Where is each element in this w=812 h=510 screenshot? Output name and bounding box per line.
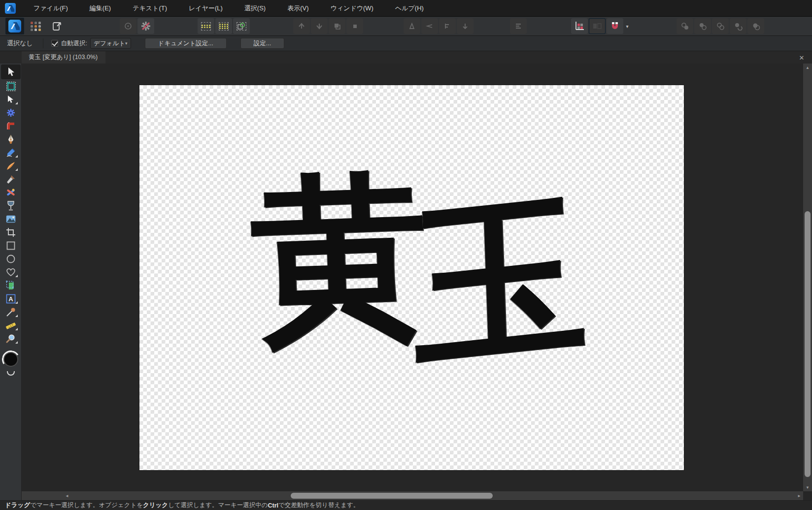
vertical-scrollbar[interactable]: ▲ ▼ xyxy=(803,64,812,491)
menu-text[interactable]: テキスト(T) xyxy=(122,0,178,16)
transparency-tool[interactable] xyxy=(2,199,20,212)
snap-grid-button[interactable] xyxy=(198,18,214,34)
pixel-align-button[interactable] xyxy=(571,18,588,34)
snapping-magnet-icon xyxy=(609,21,620,32)
rectangle-tool[interactable] xyxy=(2,239,20,252)
crop-icon xyxy=(6,227,16,237)
eyedropper-icon xyxy=(6,307,16,317)
pixel-persona-button[interactable] xyxy=(28,18,44,34)
snap-geometry-icon xyxy=(237,22,246,31)
gear-icon xyxy=(6,108,16,118)
pencil-icon xyxy=(6,148,16,158)
snapping-toggle-button[interactable] xyxy=(607,18,623,34)
ellipse-tool[interactable] xyxy=(2,252,20,265)
menu-help[interactable]: ヘルプ(H) xyxy=(384,0,435,16)
text-tool-icon: A xyxy=(6,294,16,304)
pencil-tool[interactable] xyxy=(2,146,20,159)
rotation-center-button xyxy=(120,18,136,34)
calligraphy-character-1[interactable]: 黄 xyxy=(249,166,431,348)
scroll-down-icon[interactable]: ▼ xyxy=(803,483,812,491)
shape-builder-tool[interactable] xyxy=(2,279,20,292)
svg-text:A: A xyxy=(8,295,13,302)
move-whole-pixels-button[interactable] xyxy=(589,18,606,34)
style-picker-tool[interactable] xyxy=(2,186,20,199)
tool-panel: A xyxy=(0,64,22,500)
menu-window[interactable]: ウィンドウ(W) xyxy=(320,0,384,16)
more-tools-indicator xyxy=(15,155,18,158)
assistant-gear-icon xyxy=(140,21,151,32)
pixel-align-icon xyxy=(574,21,585,32)
more-tools-indicator xyxy=(15,301,18,304)
artistic-text-tool[interactable]: A xyxy=(2,292,20,305)
artboard-icon xyxy=(6,81,16,91)
color-picker-tool[interactable] xyxy=(2,305,20,319)
point-transform-tool[interactable] xyxy=(2,106,20,119)
replace-selection-button xyxy=(730,18,746,34)
knife-tool[interactable] xyxy=(2,172,20,186)
document-page[interactable]: 黄 玉 xyxy=(139,85,684,470)
settings-button[interactable]: 設定... xyxy=(240,38,284,49)
heart-icon xyxy=(6,267,16,277)
canvas-viewport[interactable]: 黄 玉 ▲ ▼ ◄ ► xyxy=(22,64,812,500)
auto-select-label: 自動選択: xyxy=(61,39,87,48)
menu-layer[interactable]: レイヤー(L) xyxy=(178,0,234,16)
swap-colors-icon[interactable] xyxy=(7,371,15,376)
affinity-designer-logo-icon xyxy=(8,20,21,32)
measure-tool[interactable] xyxy=(2,319,20,332)
heart-shape-tool[interactable] xyxy=(2,265,20,279)
more-tools-indicator xyxy=(15,315,18,317)
duplicate-button xyxy=(747,18,764,34)
scroll-up-icon[interactable]: ▲ xyxy=(803,64,812,71)
status-hint-ctrl: Ctrl xyxy=(268,502,279,509)
move-tool[interactable] xyxy=(1,64,21,79)
place-image-tool[interactable] xyxy=(2,212,20,225)
chevron-down-icon: ▾ xyxy=(125,41,128,46)
insert-behind-button xyxy=(677,18,693,34)
artboard-tool[interactable] xyxy=(2,79,20,93)
node-tool[interactable] xyxy=(2,93,20,106)
affinity-designer-window: ファイル(F) 編集(E) テキスト(T) レイヤー(L) 選択(S) 表示(V… xyxy=(0,0,812,510)
snap-geometry-button[interactable] xyxy=(233,18,250,34)
vertical-scroll-thumb[interactable] xyxy=(805,211,811,477)
transform-flip-h-button xyxy=(404,18,420,34)
more-tools-indicator xyxy=(15,275,18,277)
calligraphy-character-2[interactable]: 玉 xyxy=(410,183,589,375)
menu-edit[interactable]: 編集(E) xyxy=(79,0,122,16)
pen-tool[interactable] xyxy=(2,132,20,146)
context-toolbar: 選択なし 自動選択: デフォルト ▾ ドキュメント設定... 設定... xyxy=(0,35,812,51)
export-persona-button[interactable] xyxy=(49,18,66,34)
scroll-right-icon[interactable]: ► xyxy=(795,491,803,500)
menu-view[interactable]: 表示(V) xyxy=(276,0,319,16)
divider xyxy=(43,38,43,48)
snap-candidates-button[interactable] xyxy=(215,18,232,34)
vector-crop-tool[interactable] xyxy=(2,225,20,239)
order-backward-button xyxy=(329,18,345,34)
status-bar: ドラッグでマーキー選択します。オブジェクトをクリックして選択します。マーキー選択… xyxy=(0,500,812,510)
close-document-icon[interactable]: ✕ xyxy=(796,51,807,64)
rectangle-icon xyxy=(6,241,16,251)
export-persona-icon xyxy=(52,21,63,32)
brush-stroke-icon xyxy=(6,161,16,171)
vector-brush-tool[interactable] xyxy=(2,159,20,172)
image-icon xyxy=(6,215,16,223)
menu-file[interactable]: ファイル(F) xyxy=(23,0,79,16)
order-forward-button xyxy=(311,18,328,34)
knife-icon xyxy=(6,174,16,184)
zoom-tool[interactable] xyxy=(2,332,20,345)
document-settings-button[interactable]: ドキュメント設定... xyxy=(145,38,227,49)
document-tab[interactable]: 黄玉 [変更あり] (103.0%) xyxy=(22,51,105,64)
auto-select-checkbox[interactable] xyxy=(51,40,58,47)
horizontal-scroll-thumb[interactable] xyxy=(291,493,493,499)
assistant-options-button[interactable] xyxy=(137,18,154,34)
status-hint-drag: ドラッグ xyxy=(5,501,30,510)
horizontal-scrollbar[interactable]: ◄ ► xyxy=(22,491,803,500)
transform-flip-v-button xyxy=(421,18,438,34)
auto-select-preset-dropdown[interactable]: デフォルト ▾ xyxy=(90,38,131,49)
menu-select[interactable]: 選択(S) xyxy=(234,0,276,16)
fill-stroke-color-indicator[interactable] xyxy=(3,352,18,367)
snapping-dropdown-chevron[interactable]: ▾ xyxy=(624,18,631,34)
scroll-left-icon[interactable]: ◄ xyxy=(63,491,71,500)
designer-persona-button[interactable] xyxy=(5,18,24,34)
wine-glass-icon xyxy=(6,201,15,211)
corner-tool[interactable] xyxy=(2,119,20,132)
